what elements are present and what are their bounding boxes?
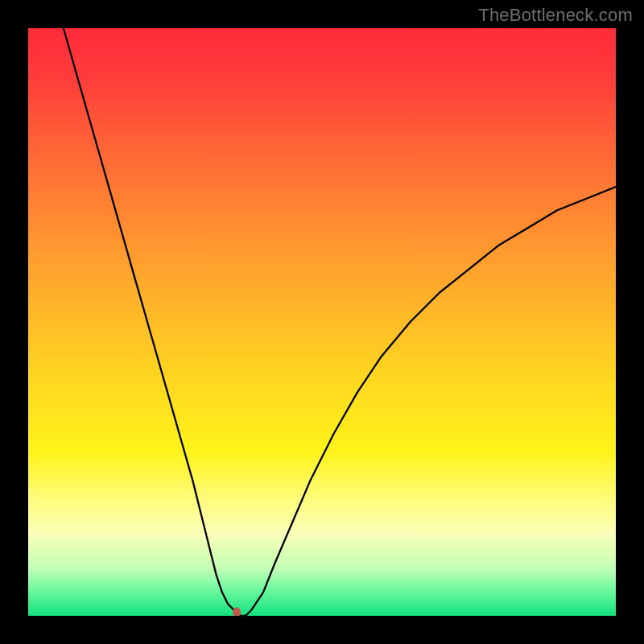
watermark-label: TheBottleneck.com bbox=[478, 5, 633, 26]
chart-frame: TheBottleneck.com bbox=[0, 0, 644, 644]
gradient-background bbox=[28, 28, 616, 616]
plot-area bbox=[28, 28, 616, 616]
chart-svg bbox=[28, 28, 616, 616]
